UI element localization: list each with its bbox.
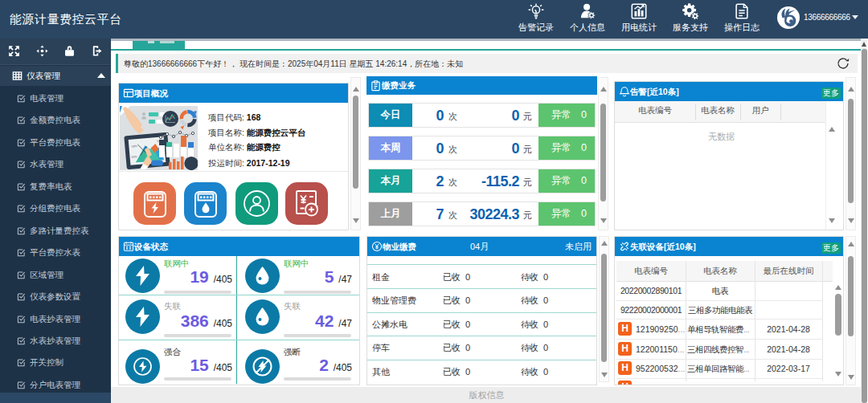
svg-text:62%: 62%: [131, 155, 137, 159]
svg-text:18%: 18%: [131, 145, 137, 149]
